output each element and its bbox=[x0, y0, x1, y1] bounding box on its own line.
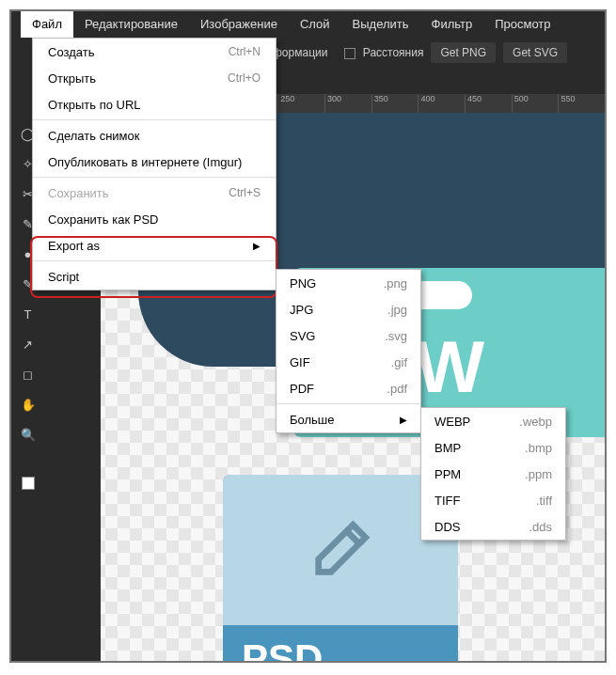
menu-item-save: СохранитьCtrl+S bbox=[33, 180, 276, 206]
export-gif[interactable]: GIF.gif bbox=[276, 349, 420, 375]
export-png[interactable]: PNG.png bbox=[276, 270, 420, 296]
chevron-right-icon: ▶ bbox=[253, 241, 261, 251]
export-more-submenu: WEBP.webp BMP.bmp PPM.ppm TIFF.tiff DDS.… bbox=[420, 407, 566, 541]
export-svg[interactable]: SVG.svg bbox=[276, 322, 420, 349]
menu-file[interactable]: Файл bbox=[21, 11, 73, 38]
export-bmp[interactable]: BMP.bmp bbox=[421, 434, 565, 461]
menu-item-save-psd[interactable]: Сохранить как PSD bbox=[33, 206, 276, 232]
menu-item-open[interactable]: ОткрытьCtrl+O bbox=[33, 65, 276, 91]
chevron-right-icon: ▶ bbox=[400, 415, 407, 425]
cursor-icon bbox=[583, 384, 607, 463]
export-submenu: PNG.png JPG.jpg SVG.svg GIF.gif PDF.pdf … bbox=[276, 269, 421, 433]
menu-select[interactable]: Выделить bbox=[341, 11, 420, 38]
zoom-tool-icon[interactable]: 🔍 bbox=[17, 423, 39, 446]
type-tool-icon[interactable]: T bbox=[17, 303, 39, 325]
export-pdf[interactable]: PDF.pdf bbox=[276, 375, 420, 401]
menu-item-publish[interactable]: Опубликовать в интернете (Imgur) bbox=[33, 149, 276, 175]
distance-checkbox[interactable] bbox=[344, 48, 355, 59]
get-png-button[interactable]: Get PNG bbox=[431, 42, 496, 63]
menu-layer[interactable]: Слой bbox=[289, 11, 341, 38]
file-menu: СоздатьCtrl+N ОткрытьCtrl+O Открыть по U… bbox=[32, 38, 276, 290]
menu-item-export-as[interactable]: Export as▶ bbox=[33, 232, 276, 259]
menu-image[interactable]: Изображение bbox=[189, 11, 289, 38]
options-bar: формации Расстояния Get PNG Get SVG bbox=[265, 38, 575, 68]
shape-tool-icon[interactable]: ◻ bbox=[17, 363, 39, 385]
get-svg-button[interactable]: Get SVG bbox=[503, 42, 567, 63]
menu-item-open-url[interactable]: Открыть по URL bbox=[33, 91, 276, 118]
menu-view[interactable]: Просмотр bbox=[483, 11, 561, 38]
export-ppm[interactable]: PPM.ppm bbox=[421, 461, 565, 487]
swatch-icon[interactable] bbox=[17, 472, 39, 494]
psd-label: PSD bbox=[242, 636, 458, 663]
menu-item-screenshot[interactable]: Сделать снимок bbox=[33, 122, 276, 149]
menu-edit[interactable]: Редактирование bbox=[73, 11, 189, 38]
distance-label: Расстояния bbox=[363, 46, 424, 59]
export-dds[interactable]: DDS.dds bbox=[421, 513, 565, 540]
menubar: Файл Редактирование Изображение Слой Выд… bbox=[11, 11, 605, 38]
transform-label: формации bbox=[273, 46, 327, 59]
path-tool-icon[interactable]: ↗ bbox=[17, 333, 39, 355]
app-frame: Файл Редактирование Изображение Слой Выд… bbox=[9, 9, 607, 663]
export-jpg[interactable]: JPG.jpg bbox=[276, 296, 420, 322]
export-more[interactable]: Больше▶ bbox=[276, 406, 420, 432]
menu-filter[interactable]: Фильтр bbox=[420, 11, 484, 38]
export-tiff[interactable]: TIFF.tiff bbox=[421, 487, 565, 513]
hand-tool-icon[interactable]: ✋ bbox=[17, 393, 39, 416]
menu-item-new[interactable]: СоздатьCtrl+N bbox=[33, 39, 276, 65]
menu-item-script[interactable]: Script bbox=[33, 263, 276, 290]
export-webp[interactable]: WEBP.webp bbox=[421, 408, 565, 434]
